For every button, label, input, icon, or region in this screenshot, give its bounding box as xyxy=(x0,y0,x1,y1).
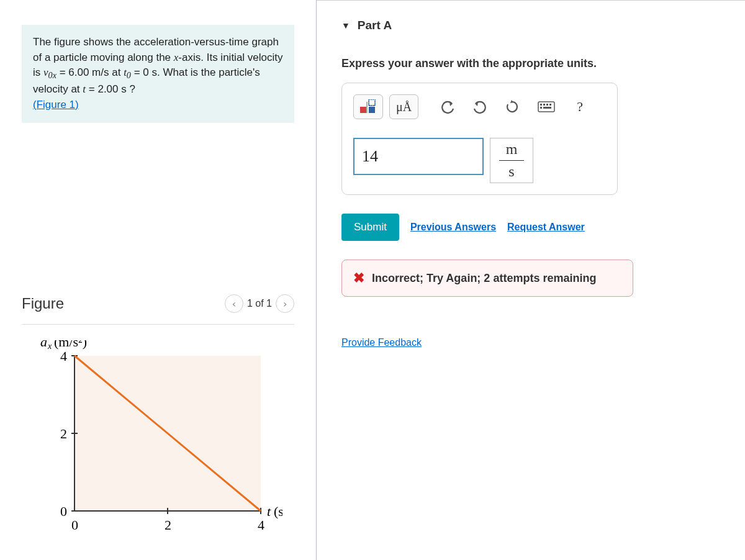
request-answer-link[interactable]: Request Answer xyxy=(507,222,585,233)
previous-answers-link[interactable]: Previous Answers xyxy=(410,222,496,233)
provide-feedback-link[interactable]: Provide Feedback xyxy=(341,337,422,348)
templates-button[interactable] xyxy=(353,94,383,119)
svg-rect-18 xyxy=(543,104,545,106)
instruction: Express your answer with the appropriate… xyxy=(341,57,720,70)
svg-rect-13 xyxy=(369,99,375,106)
svg-text:(s): (s) xyxy=(274,504,282,519)
figure-prev-button[interactable]: ‹ xyxy=(225,294,243,313)
right-panel: ▼ Part A Express your answer with the ap… xyxy=(317,0,745,560)
keyboard-icon xyxy=(538,101,555,112)
keyboard-button[interactable] xyxy=(531,94,561,119)
undo-icon xyxy=(441,100,454,114)
chart-xlabel: t xyxy=(267,504,271,519)
reset-icon xyxy=(505,100,519,114)
fraction-line xyxy=(499,160,524,161)
acceleration-chart: a x (m/s²) t (s) 4 2 0 0 2 4 xyxy=(22,340,282,545)
svg-rect-12 xyxy=(360,107,366,113)
xtick-2: 2 xyxy=(165,517,171,533)
help-button[interactable]: ? xyxy=(567,94,592,119)
svg-rect-21 xyxy=(540,107,542,109)
ytick-2: 2 xyxy=(60,426,67,441)
answer-card: μÅ ? xyxy=(341,83,618,195)
redo-icon xyxy=(473,100,487,114)
unit-numerator: m xyxy=(506,141,518,158)
svg-text:x: x xyxy=(47,341,52,351)
figure-section: Figure ‹ 1 of 1 › xyxy=(22,220,294,548)
figure-next-button[interactable]: › xyxy=(276,294,294,313)
question-text: The figure shows the acceleration-versus… xyxy=(33,36,283,95)
answer-unit-box[interactable]: m s xyxy=(490,138,533,183)
feedback-text: Incorrect; Try Again; 2 attempts remaini… xyxy=(372,272,596,285)
incorrect-icon: ✖ xyxy=(353,270,364,286)
xtick-4: 4 xyxy=(258,517,264,533)
part-label: Part A xyxy=(358,19,392,32)
xtick-0: 0 xyxy=(71,517,78,533)
templates-icon xyxy=(360,99,376,114)
actions-row: Submit Previous Answers Request Answer xyxy=(341,214,720,241)
figure-nav-label: 1 of 1 xyxy=(247,298,272,309)
svg-rect-20 xyxy=(549,104,551,106)
submit-button[interactable]: Submit xyxy=(341,214,399,241)
feedback-box: ✖ Incorrect; Try Again; 2 attempts remai… xyxy=(341,260,633,297)
answer-toolbar: μÅ ? xyxy=(353,94,606,119)
svg-rect-19 xyxy=(546,104,548,106)
left-panel: The figure shows the acceleration-versus… xyxy=(0,0,317,560)
figure-nav: ‹ 1 of 1 › xyxy=(225,294,294,313)
figure-title: Figure xyxy=(22,295,64,312)
svg-rect-22 xyxy=(543,107,551,109)
svg-text:(m/s²): (m/s²) xyxy=(54,340,87,350)
ytick-4: 4 xyxy=(60,348,67,364)
ytick-0: 0 xyxy=(60,504,67,519)
svg-rect-17 xyxy=(540,104,542,106)
svg-rect-14 xyxy=(369,107,375,113)
chart-ylabel: a xyxy=(40,340,47,350)
undo-button[interactable] xyxy=(435,94,461,119)
part-header[interactable]: ▼ Part A xyxy=(341,19,720,32)
collapse-icon: ▼ xyxy=(341,20,350,30)
reset-button[interactable] xyxy=(499,94,525,119)
figure-link[interactable]: (Figure 1) xyxy=(33,99,79,111)
answer-value-input[interactable] xyxy=(353,138,484,175)
redo-button[interactable] xyxy=(467,94,493,119)
question-box: The figure shows the acceleration-versus… xyxy=(22,25,294,123)
units-button[interactable]: μÅ xyxy=(389,94,418,119)
unit-denominator: s xyxy=(508,163,514,180)
